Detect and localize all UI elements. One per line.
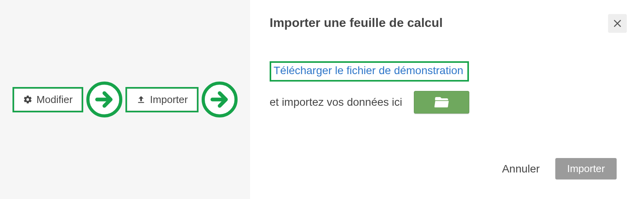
folder-open-icon — [434, 94, 449, 110]
annotation-box-import: Importer — [125, 87, 199, 112]
arrow-right-icon — [93, 89, 115, 110]
arrow-annotation-1 — [86, 82, 122, 117]
arrow-right-icon — [209, 89, 231, 110]
dialog-footer: Annuler Importer — [502, 158, 617, 179]
modify-button-label: Modifier — [36, 94, 72, 106]
import-row: et importez vos données ici — [270, 91, 624, 114]
arrow-annotation-2 — [202, 82, 238, 117]
tutorial-left-pane: Modifier Importer — [0, 0, 250, 199]
annotation-box-modify: Modifier — [13, 87, 83, 112]
close-button[interactable] — [608, 14, 627, 33]
gear-icon — [23, 95, 32, 104]
import-instruction-text: et importez vos données ici — [270, 96, 402, 108]
dialog-title: Importer une feuille de calcul — [270, 16, 624, 30]
download-demo-link[interactable]: Télécharger le fichier de démonstration — [274, 64, 463, 76]
submit-import-button[interactable]: Importer — [555, 158, 617, 179]
modify-button[interactable]: Modifier — [14, 89, 81, 111]
close-icon — [612, 18, 623, 28]
cancel-button[interactable]: Annuler — [502, 163, 540, 175]
open-file-button[interactable] — [414, 91, 469, 114]
import-dialog: Importer une feuille de calcul Télécharg… — [250, 0, 644, 199]
annotation-box-demo-link: Télécharger le fichier de démonstration — [270, 61, 469, 82]
import-button-label: Importer — [150, 94, 188, 106]
flow-row: Modifier Importer — [13, 82, 237, 117]
import-button[interactable]: Importer — [127, 89, 197, 111]
upload-icon — [136, 94, 146, 105]
